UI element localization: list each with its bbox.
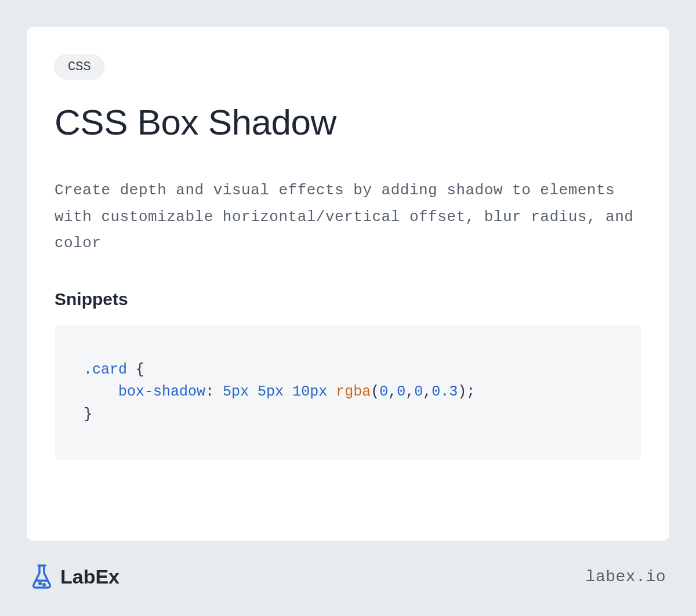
code-property: box-shadow [118,383,205,400]
code-func: rgba [336,383,371,400]
code-comma2: , [405,383,414,400]
snippets-heading: Snippets [55,289,641,309]
brand-name: LabEx [60,566,119,588]
language-tag: CSS [55,55,104,79]
description-text: Create depth and visual effects by addin… [55,177,641,257]
code-n0c: 0 [414,383,423,400]
page-title: CSS Box Shadow [55,102,641,143]
code-val1: 5px [223,383,249,400]
code-sp1 [249,383,258,400]
flask-icon [30,564,53,589]
code-alpha: 0.3 [432,383,458,400]
code-colon: : [205,383,223,400]
code-comma3: , [423,383,432,400]
content-card: CSS CSS Box Shadow Create depth and visu… [27,27,669,541]
code-semi: ; [466,383,475,400]
code-snippet: .card { box-shadow: 5px 5px 10px rgba(0,… [55,325,641,460]
footer: LabEx labex.io [27,564,669,589]
code-brace-open: { [127,361,144,378]
code-paren-open: ( [371,383,379,400]
code-n0a: 0 [379,383,388,400]
code-val2: 5px [258,383,284,400]
code-comma1: , [388,383,397,400]
brand: LabEx [30,564,119,589]
code-paren-close: ) [458,383,466,400]
svg-point-0 [39,583,41,585]
code-selector: .card [84,361,127,378]
code-indent [84,383,118,400]
code-val3: 10px [292,383,327,400]
code-sp2 [284,383,292,400]
code-brace-close: } [84,406,92,423]
brand-domain: labex.io [586,568,666,586]
svg-point-1 [44,584,45,586]
code-sp3 [327,383,336,400]
code-n0b: 0 [397,383,405,400]
